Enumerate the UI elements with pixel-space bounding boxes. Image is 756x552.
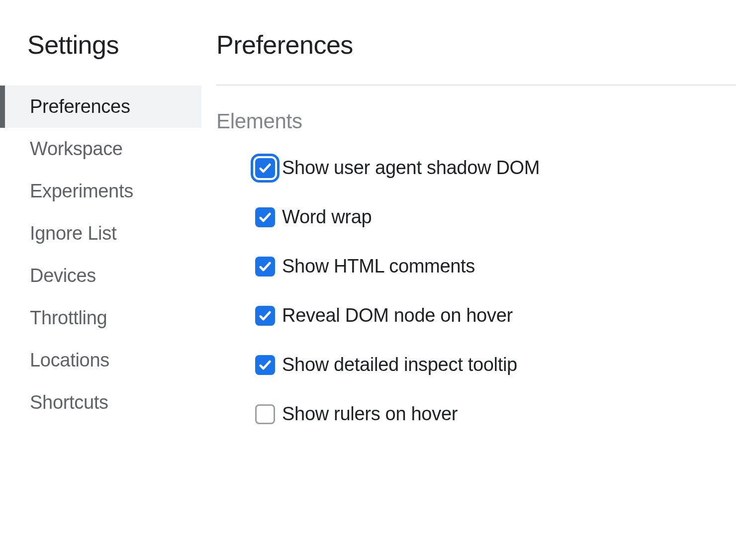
sidebar-item-experiments[interactable]: Experiments [0, 170, 201, 212]
sidebar-item-label: Locations [30, 350, 109, 370]
checkbox-icon [255, 355, 275, 375]
sidebar-item-shortcuts[interactable]: Shortcuts [0, 381, 201, 424]
checkbox-show-rulers-on-hover[interactable]: Show rulers on hover [255, 403, 736, 425]
checkbox-show-user-agent-shadow-dom[interactable]: Show user agent shadow DOM [255, 157, 736, 179]
checkbox-icon [255, 158, 275, 178]
sidebar-item-throttling[interactable]: Throttling [0, 297, 201, 339]
checkbox-list: Show user agent shadow DOM Word wrap Sho… [216, 157, 736, 425]
check-icon [258, 260, 272, 274]
main-content: Preferences Elements Show user agent sha… [201, 0, 756, 552]
sidebar-item-preferences[interactable]: Preferences [0, 86, 201, 128]
sidebar-item-locations[interactable]: Locations [0, 339, 201, 381]
checkbox-icon [255, 207, 275, 227]
check-icon [258, 358, 272, 372]
sidebar-item-label: Preferences [30, 96, 130, 117]
sidebar-item-label: Throttling [30, 307, 107, 328]
checkbox-label: Show user agent shadow DOM [282, 157, 540, 179]
settings-sidebar: Settings Preferences Workspace Experimen… [0, 0, 201, 552]
checkbox-icon [255, 306, 275, 326]
checkbox-label: Word wrap [282, 206, 372, 228]
sidebar-item-label: Workspace [30, 138, 123, 159]
check-icon [258, 309, 272, 323]
sidebar-item-ignore-list[interactable]: Ignore List [0, 212, 201, 255]
page-title: Preferences [216, 30, 736, 60]
checkbox-reveal-dom-node-on-hover[interactable]: Reveal DOM node on hover [255, 305, 736, 326]
sidebar-item-devices[interactable]: Devices [0, 255, 201, 297]
checkbox-word-wrap[interactable]: Word wrap [255, 206, 736, 228]
checkbox-label: Reveal DOM node on hover [282, 305, 513, 326]
checkbox-icon [255, 257, 275, 276]
section-title-elements: Elements [216, 109, 736, 133]
sidebar-item-workspace[interactable]: Workspace [0, 128, 201, 170]
checkbox-show-detailed-inspect-tooltip[interactable]: Show detailed inspect tooltip [255, 354, 736, 375]
sidebar-item-label: Devices [30, 265, 96, 286]
checkbox-show-html-comments[interactable]: Show HTML comments [255, 256, 736, 277]
sidebar-item-label: Shortcuts [30, 392, 108, 413]
checkbox-label: Show rulers on hover [282, 403, 458, 425]
check-icon [258, 161, 272, 175]
divider [216, 85, 736, 86]
sidebar-title: Settings [0, 30, 201, 60]
sidebar-item-label: Ignore List [30, 223, 116, 244]
checkbox-icon [255, 404, 275, 424]
check-icon [258, 210, 272, 224]
checkbox-label: Show detailed inspect tooltip [282, 354, 517, 375]
sidebar-nav: Preferences Workspace Experiments Ignore… [0, 86, 201, 424]
sidebar-item-label: Experiments [30, 181, 133, 201]
checkbox-label: Show HTML comments [282, 256, 475, 277]
